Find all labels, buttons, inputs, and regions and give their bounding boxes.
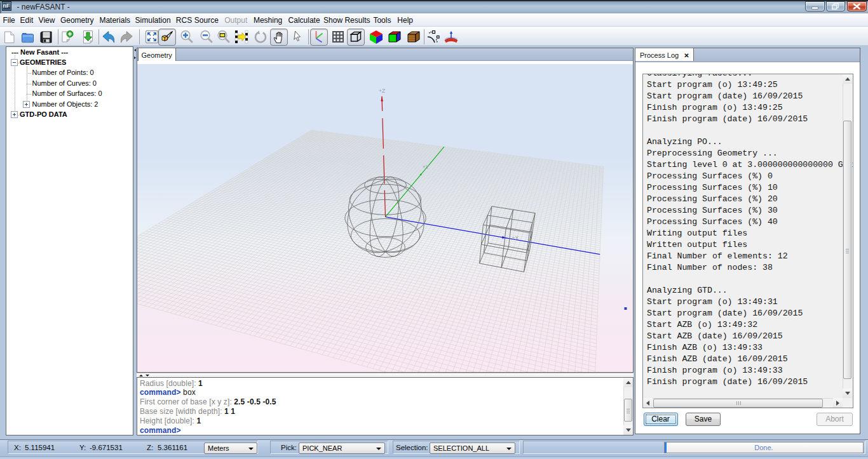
new-document-button[interactable] [2,29,17,44]
units-combobox[interactable]: Meters [204,442,257,454]
pick-group: Pick: PICK_NEAR [270,441,388,455]
menu-help[interactable]: Help [395,15,416,25]
redo-button[interactable] [119,29,134,44]
splitter-expand-right-icon[interactable] [134,57,136,59]
menu-calculate[interactable]: Calculate [286,15,323,25]
perspective-view-icon [160,30,174,44]
process-log-output[interactable]: Classifying facets... Start program (o) … [642,74,853,409]
console-command: command> [140,426,181,435]
selection-combobox[interactable]: SELECTION_ALL [430,442,515,454]
perspective-view-button[interactable] [158,29,176,46]
menu-meshing[interactable]: Meshing [251,15,285,25]
menu-edit[interactable]: Edit [18,15,36,25]
tree-toggle-minus-icon[interactable] [11,59,18,66]
log-scrollbar-v-thumb[interactable] [843,121,851,379]
zoom-in-button[interactable] [179,29,194,44]
tree-item-new-fasant[interactable]: --- New Fasant --- [11,48,68,56]
zoom-window-icon [217,30,231,44]
pick-combobox[interactable]: PICK_NEAR [299,442,385,454]
tree-item-number-of-points-0[interactable]: Number of Points: 0 [32,69,94,76]
tree-item-number-of-surfaces-0[interactable]: Number of Surfaces: 0 [32,90,102,97]
console-line: First corner of base [x y z]: 2.5 -0.5 -… [140,397,276,406]
menu-source[interactable]: Source [192,15,221,25]
surface-normals-button[interactable] [444,29,459,44]
wireframe-mode-icon [349,30,363,44]
log-scrollbar-v-down[interactable] [843,389,852,398]
wireframe-mode-button[interactable] [347,29,365,46]
tree-item-gtd-po-data[interactable]: GTD-PO DATA [20,110,67,118]
console-scrollbar-thumb[interactable] [624,399,632,422]
tree-guide-line [27,73,31,74]
tab-process-log[interactable]: Process Log ✕ [635,48,694,61]
combo-arrow-icon [376,448,381,450]
minimize-button[interactable] [805,1,825,11]
import-file-button[interactable] [60,29,75,44]
zoom-window-button[interactable] [216,29,231,44]
coord-x-value: 5.115941 [25,444,55,451]
save-button[interactable]: Save [686,413,721,426]
curve-tool-icon [426,30,441,44]
log-scrollbar-h-right[interactable] [833,398,843,408]
selection-label: Selection: [396,444,428,451]
menu-simulation[interactable]: Simulation [133,15,173,25]
menu-show-results[interactable]: Show Results [321,15,372,25]
clear-button[interactable]: Clear [644,413,678,426]
menu-materials[interactable]: Materials [97,15,133,25]
restore-button[interactable] [826,1,845,11]
save-button[interactable] [38,29,53,44]
minimize-icon [806,2,824,11]
splitter-up-icon[interactable] [139,375,143,376]
pick-value: PICK_NEAR [302,444,342,452]
close-button[interactable] [847,1,867,11]
tree-toggle-plus-icon[interactable] [11,111,18,118]
toolbar [0,27,868,46]
menu-geometry[interactable]: Geometry [58,15,97,25]
tree-item-number-of-curves-0[interactable]: Number of Curves: 0 [32,79,97,87]
menu-file[interactable]: File [0,15,17,25]
menu-view[interactable]: View [36,15,58,25]
command-console[interactable]: Radius [double]: 1command> boxFirst corn… [137,377,634,436]
console-splitter[interactable] [137,373,634,377]
undo-button[interactable] [101,29,116,44]
console-scrollbar-down[interactable] [623,425,633,435]
log-scrollbar-h-left[interactable] [643,398,653,408]
log-scrollbar-h-thumb[interactable] [653,399,823,408]
export-file-button[interactable] [80,29,95,44]
textured-mode-button[interactable] [405,29,421,44]
fit-view-button[interactable] [144,29,159,44]
splitter-collapse-left-icon[interactable] [134,49,136,51]
console-scrollbar-up[interactable] [623,378,633,387]
splitter-down-icon[interactable] [146,375,149,376]
tree-guide-line [27,84,31,84]
console-line: Height [double]: 1 [140,416,201,425]
open-folder-button[interactable] [20,29,35,44]
app-icon[interactable]: nF [2,1,11,11]
tab-geometry[interactable]: Geometry [138,48,176,61]
menu-output[interactable]: Output [222,15,250,25]
log-scrollbar-v-up[interactable] [843,74,852,84]
curve-tool-button[interactable] [426,29,442,44]
abort-button[interactable]: Abort [817,413,853,426]
sphere-parallel [351,219,419,253]
window-bottom-edge [0,456,868,459]
tree-item-geometries[interactable]: GEOMETRIES [20,58,66,66]
zoom-out-button[interactable] [199,29,214,44]
pan-view-button[interactable] [270,29,288,46]
swap-views-button[interactable] [234,29,249,44]
units-value: Meters [208,444,229,452]
tab-close-icon[interactable]: ✕ [684,52,689,59]
show-axes-button[interactable] [310,29,328,46]
tree-item-number-of-objects-2[interactable]: Number of Objects: 2 [32,100,98,108]
solid-mode-button[interactable] [369,29,384,44]
flat-mode-button[interactable] [386,29,402,44]
menu-tools[interactable]: Tools [370,15,393,25]
rotate-view-button[interactable] [253,29,268,44]
viewport-3d[interactable]: +X+Y+Z [137,64,633,372]
toggle-sign [26,103,27,106]
select-cursor-button[interactable] [290,29,305,44]
tree-toggle-plus-icon[interactable] [23,101,30,108]
show-grid-button[interactable] [330,29,346,44]
title-bar[interactable] [0,1,868,13]
pan-view-icon [272,30,286,44]
selection-value: SELECTION_ALL [433,444,489,452]
